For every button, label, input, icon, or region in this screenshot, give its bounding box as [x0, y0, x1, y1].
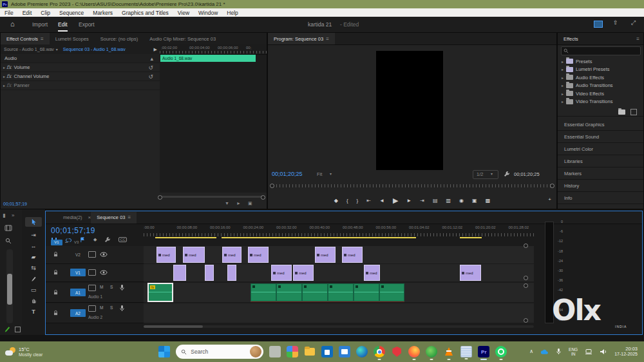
panel-menu-icon[interactable]: ≡ — [326, 36, 329, 42]
audio-clip-a1[interactable] — [379, 283, 404, 301]
play-around-icon[interactable]: ► — [236, 201, 241, 205]
timeline-h-scrollbar[interactable] — [144, 325, 534, 328]
photos-app-icon[interactable] — [287, 346, 298, 357]
panel-lumetri-color[interactable]: Lumetri Color — [558, 143, 643, 155]
chevron-right-icon[interactable]: ▸ — [3, 65, 5, 70]
volume-icon[interactable] — [600, 348, 607, 355]
video-clip-v2[interactable]: med — [342, 247, 363, 263]
audio-clip-a1[interactable] — [276, 283, 302, 301]
tab-audio-clip-mixer[interactable]: Audio Clip Mixer: Sequence 03 — [144, 33, 222, 44]
mark-out-button[interactable]: } — [357, 198, 359, 204]
video-clip-v2[interactable]: med — [156, 247, 176, 263]
tab-source-monitor[interactable]: Source: (no clips) — [95, 33, 144, 44]
reset-icon[interactable]: ↺ — [148, 64, 153, 71]
new-bin-icon[interactable] — [618, 110, 625, 115]
search-icon[interactable] — [5, 238, 12, 244]
tree-item-lumetri-presets[interactable]: ▸Lumetri Presets — [558, 66, 643, 74]
tree-item-audio-effects[interactable]: ▸Audio Effects — [558, 73, 643, 82]
panel-libraries[interactable]: Libraries — [558, 155, 643, 167]
menu-sequence[interactable]: Sequence — [55, 10, 88, 16]
panel-essential-sound[interactable]: Essential Sound — [558, 131, 643, 143]
panel-info[interactable]: Info — [558, 192, 643, 204]
settings-wrench-icon[interactable] — [504, 171, 510, 177]
ec-audio-clip[interactable]: Audio 1_68.wav — [160, 55, 256, 62]
tab-edit[interactable]: Edit — [58, 21, 68, 32]
fullscreen-icon[interactable]: ⤢ — [631, 19, 636, 26]
whatsapp-icon[interactable] — [495, 346, 507, 357]
tree-item-video-effects[interactable]: ▸Video Effects — [558, 90, 643, 98]
quick-export-icon[interactable] — [594, 21, 603, 28]
video-clip-v1[interactable]: med — [271, 265, 292, 281]
panel-markers[interactable]: Markers — [558, 167, 643, 180]
export-icon[interactable]: ▣ — [248, 201, 252, 206]
tab-lumetri-scopes[interactable]: Lumetri Scopes — [50, 33, 95, 44]
project-scrollbar-thumb[interactable] — [7, 274, 12, 305]
program-timecode[interactable]: 00;01;20;25 — [272, 171, 303, 177]
export-frame-button[interactable]: ◉ — [459, 198, 464, 204]
menu-markers[interactable]: Markers — [88, 10, 117, 16]
language-indicator[interactable]: ENG IN — [569, 347, 578, 356]
lift-button[interactable]: ▤ — [433, 198, 438, 204]
dropdown-caret-icon[interactable]: ▾ — [56, 47, 58, 52]
expand-panel-icon[interactable]: » — [12, 213, 14, 218]
task-view-button[interactable] — [269, 346, 281, 357]
taskbar-search[interactable]: Search — [176, 345, 263, 359]
video-clip-v1[interactable]: med — [293, 265, 314, 281]
v-scrollbar-handle[interactable] — [524, 276, 528, 280]
audio-clip-a1[interactable] — [328, 283, 354, 301]
tree-item-audio-transitions[interactable]: ▸Audio Transitions — [558, 82, 643, 90]
v-scrollbar-handle[interactable] — [524, 243, 528, 248]
delete-icon[interactable] — [630, 109, 637, 115]
tab-export[interactable]: Export — [79, 21, 95, 28]
project-scrollbar-track[interactable] — [6, 249, 13, 323]
outlook-icon[interactable] — [339, 346, 350, 357]
chevron-right-icon[interactable]: ▸ — [3, 83, 5, 88]
menu-help[interactable]: Help — [222, 10, 242, 16]
tab-effect-controls[interactable]: Effect Controls≡ — [1, 33, 50, 44]
source-clip-dropdown[interactable]: Source - Audio 1_68.wav — [4, 47, 54, 52]
menu-clip[interactable]: Clip — [36, 10, 55, 16]
razor-tool[interactable]: ▰ — [25, 252, 42, 262]
ec-row-panner[interactable]: ▸ fx Panner — [1, 81, 160, 90]
scrollbar-handle[interactable] — [158, 195, 162, 200]
tab-import[interactable]: Import — [32, 21, 48, 28]
hand-tool[interactable] — [25, 296, 42, 305]
audio-clip-a1[interactable] — [302, 283, 328, 301]
step-back-button[interactable]: ◄ — [379, 198, 384, 204]
start-button[interactable] — [158, 346, 170, 357]
pen-tool-green-icon[interactable] — [4, 325, 11, 332]
audio-clip-a1[interactable] — [354, 283, 379, 301]
video-clip-v2[interactable]: med — [248, 247, 269, 263]
add-marker-button[interactable]: ◆ — [334, 198, 338, 204]
onedrive-icon[interactable] — [540, 348, 549, 355]
tab-effects[interactable]: Effects — [558, 33, 584, 44]
go-to-in-button[interactable]: ⇤ — [366, 198, 371, 204]
multi-view-button[interactable]: ▩ — [486, 198, 491, 204]
chevron-right-icon[interactable]: ▸ — [3, 74, 5, 79]
ec-section-audio[interactable]: Audio ▴ — [1, 54, 160, 63]
weather-widget[interactable]: 15°C Mostly clear — [5, 347, 43, 357]
ec-row-volume[interactable]: ▸ fx Volume ↺ — [1, 63, 160, 72]
video-clip-v1[interactable] — [173, 265, 186, 281]
share-icon[interactable]: ⇧ — [613, 19, 618, 26]
pen-tool[interactable] — [25, 274, 42, 283]
v-scrollbar-handle[interactable] — [524, 283, 528, 288]
track-select-forward-tool[interactable]: ⇥ — [25, 230, 42, 240]
rectangle-tool[interactable]: ▭ — [25, 285, 42, 294]
extract-button[interactable]: ▥ — [446, 198, 451, 204]
edge-icon[interactable] — [356, 346, 368, 357]
ec-play-icon[interactable]: ▶ — [154, 47, 157, 52]
collapse-icon[interactable]: ▴ — [150, 55, 153, 62]
file-explorer-icon[interactable] — [304, 346, 316, 357]
menu-file[interactable]: File — [0, 10, 18, 16]
notepad-icon[interactable] — [460, 346, 472, 357]
chrome-icon[interactable] — [374, 346, 385, 357]
search-avatar[interactable] — [250, 346, 261, 357]
video-clip-v1[interactable]: med — [460, 265, 481, 281]
v-scrollbar-handle[interactable] — [524, 318, 528, 323]
sequence-clip-link[interactable]: Sequence 03 - Audio 1_68.wav — [63, 47, 126, 52]
play-button[interactable]: ▶ — [393, 196, 398, 205]
menu-view[interactable]: View — [173, 10, 194, 16]
effects-search-input[interactable] — [569, 47, 636, 55]
panel-essential-graphics[interactable]: Essential Graphics — [558, 119, 643, 131]
